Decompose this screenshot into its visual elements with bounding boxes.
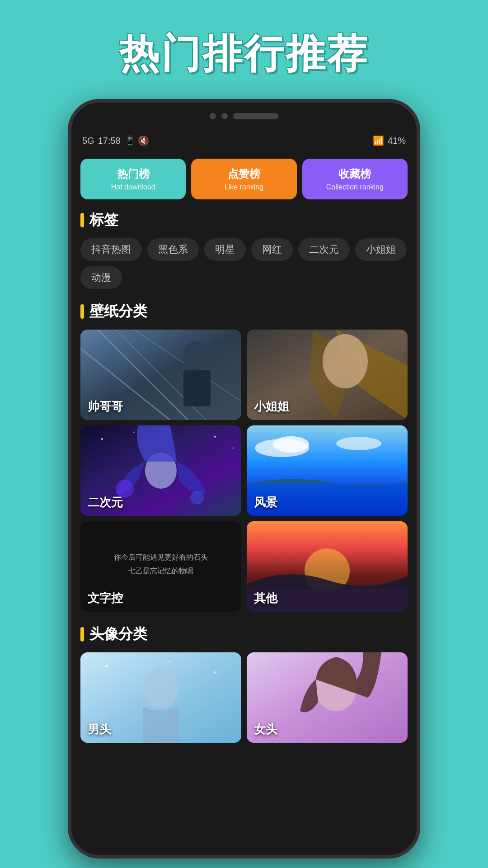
- tag-influencer[interactable]: 网红: [251, 238, 293, 261]
- tab-like-en: Like ranking: [225, 183, 263, 191]
- signal-indicator: 5G: [82, 136, 94, 146]
- portrait-indicator: [80, 627, 84, 642]
- wallpaper-anime[interactable]: 二次元: [80, 425, 241, 516]
- portrait-male[interactable]: 男头: [80, 652, 241, 743]
- svg-point-30: [169, 660, 171, 662]
- tag-anime[interactable]: 二次元: [298, 238, 350, 261]
- tabs-row: 热门榜 Hot download 点赞榜 Like ranking 收藏榜 Co…: [80, 159, 408, 199]
- page-title: 热门排行推荐: [119, 27, 369, 81]
- svg-text:七乙是忘记忆的物嗯: 七乙是忘记忆的物嗯: [128, 567, 193, 575]
- svg-point-29: [105, 665, 108, 667]
- notch-pill: [233, 113, 278, 119]
- tags-section-title: 标签: [89, 210, 118, 230]
- svg-point-16: [190, 491, 204, 505]
- tab-hot-en: Hot download: [111, 183, 155, 191]
- wallpaper-grid: 帅哥哥: [80, 330, 408, 612]
- svg-point-10: [101, 438, 103, 440]
- tag-douyin[interactable]: 抖音热图: [80, 238, 142, 261]
- tab-like[interactable]: 点赞榜 Like ranking: [191, 159, 296, 199]
- wallpaper-other-label: 其他: [254, 590, 277, 606]
- status-right: 📶 41%: [373, 135, 406, 146]
- wallpaper-scenery[interactable]: 风景: [247, 425, 408, 516]
- wallpaper-scenery-label: 风景: [254, 495, 277, 510]
- phone-notch: [71, 103, 417, 130]
- phone-frame: 5G 17:58 📱 🔇 📶 41% 热门榜 Hot download 点赞榜 …: [68, 99, 420, 859]
- notch-dot-1: [210, 113, 216, 119]
- wallpaper-text-art-label: 文字控: [88, 590, 123, 606]
- wallpaper-girl-label: 小姐姐: [254, 399, 289, 415]
- portrait-section: 头像分类: [80, 624, 408, 743]
- tag-celebrity[interactable]: 明星: [204, 238, 246, 261]
- notch-dot-2: [221, 113, 228, 119]
- svg-point-31: [214, 671, 216, 674]
- wallpaper-section-title: 壁纸分类: [89, 302, 147, 321]
- time-display: 17:58: [98, 136, 121, 146]
- status-left: 5G 17:58 📱 🔇: [82, 135, 149, 146]
- portrait-male-label: 男头: [88, 722, 111, 737]
- phone-content[interactable]: 热门榜 Hot download 点赞榜 Like ranking 收藏榜 Co…: [71, 151, 417, 855]
- wifi-icon: 📶: [373, 135, 384, 146]
- portrait-grid: 男头: [80, 652, 408, 743]
- tag-girl[interactable]: 小姐姐: [355, 238, 407, 261]
- battery-display: 41%: [388, 136, 406, 146]
- svg-point-5: [183, 341, 211, 373]
- tags-section: 标签 抖音热图 黑色系 明星 网红 二次元 小姐姐 动漫: [80, 210, 408, 289]
- tags-container: 抖音热图 黑色系 明星 网红 二次元 小姐姐 动漫: [80, 238, 408, 289]
- svg-point-19: [273, 436, 309, 453]
- svg-point-8: [323, 334, 368, 388]
- tab-collection-zh: 收藏榜: [338, 167, 371, 181]
- tab-hot-zh: 热门榜: [117, 167, 150, 181]
- svg-point-12: [214, 436, 216, 438]
- tag-dark[interactable]: 黑色系: [147, 238, 199, 261]
- tags-indicator: [80, 213, 84, 227]
- portrait-section-header: 头像分类: [80, 624, 408, 644]
- tab-hot[interactable]: 热门榜 Hot download: [80, 159, 186, 199]
- wallpaper-other[interactable]: 其他: [247, 521, 408, 612]
- svg-point-11: [133, 432, 135, 433]
- portrait-female[interactable]: 女头: [247, 652, 408, 743]
- tab-collection-en: Collection ranking: [326, 183, 384, 191]
- wallpaper-indicator: [80, 304, 84, 319]
- wallpaper-cool-guy-label: 帅哥哥: [88, 399, 123, 415]
- tab-collection[interactable]: 收藏榜 Collection ranking: [302, 159, 408, 199]
- tags-section-header: 标签: [80, 210, 408, 230]
- wallpaper-anime-label: 二次元: [88, 495, 123, 510]
- notification-icons: 📱 🔇: [124, 135, 150, 146]
- tag-cartoon[interactable]: 动漫: [80, 266, 122, 289]
- svg-point-20: [336, 437, 381, 450]
- status-bar: 5G 17:58 📱 🔇 📶 41%: [71, 130, 417, 151]
- wallpaper-cool-guy[interactable]: 帅哥哥: [80, 330, 241, 420]
- portrait-section-title: 头像分类: [89, 624, 147, 644]
- svg-point-13: [233, 448, 234, 449]
- wallpaper-section: 壁纸分类: [80, 302, 408, 612]
- svg-rect-6: [183, 370, 211, 406]
- portrait-female-label: 女头: [254, 722, 277, 737]
- svg-text:你今后可能遇见更好看的石头: 你今后可能遇见更好看的石头: [113, 553, 208, 561]
- tab-like-zh: 点赞榜: [228, 167, 260, 181]
- wallpaper-section-header: 壁纸分类: [80, 302, 408, 321]
- svg-point-32: [143, 668, 179, 709]
- wallpaper-girl[interactable]: 小姐姐: [247, 330, 408, 420]
- wallpaper-text-art[interactable]: 你今后可能遇见更好看的石头 七乙是忘记忆的物嗯 文字控: [80, 521, 241, 612]
